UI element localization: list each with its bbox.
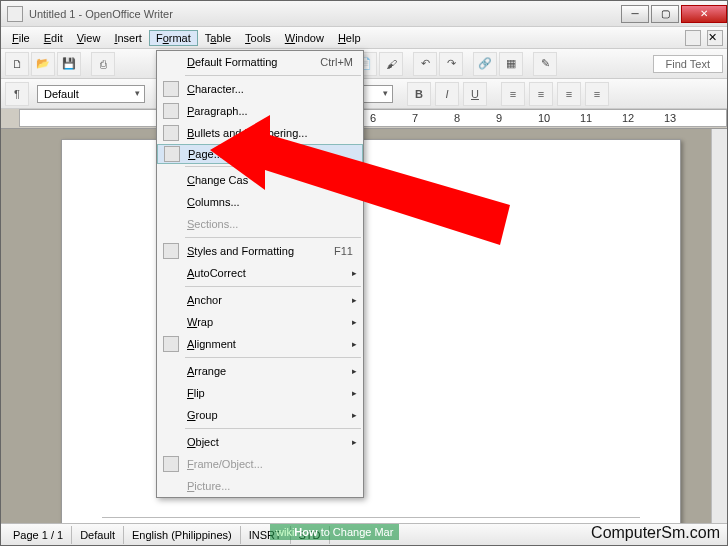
submenu-arrow-icon: ▸ — [352, 317, 357, 327]
table-button[interactable]: ▦ — [499, 52, 523, 76]
titlebar: Untitled 1 - OpenOffice Writer ─ ▢ ✕ — [1, 1, 727, 27]
menu-item-change-cas[interactable]: Change Cas▸ — [157, 169, 363, 191]
menu-shortcut: F11 — [334, 245, 357, 257]
menu-item-paragraph[interactable]: Paragraph... — [157, 100, 363, 122]
align-justify-button[interactable]: ≡ — [585, 82, 609, 106]
close-doc-icon[interactable]: ✕ — [707, 30, 723, 46]
open-button[interactable]: 📂 — [31, 52, 55, 76]
new-doc-button[interactable]: 🗋 — [5, 52, 29, 76]
ruler-tick: 10 — [538, 112, 550, 124]
menu-format[interactable]: Format — [149, 30, 198, 46]
align-right-button[interactable]: ≡ — [557, 82, 581, 106]
export-pdf-button[interactable]: ⎙ — [91, 52, 115, 76]
save-button[interactable]: 💾 — [57, 52, 81, 76]
underline-button[interactable]: U — [463, 82, 487, 106]
menu-item-label: Picture... — [183, 480, 357, 492]
menu-item-label: Sections... — [183, 218, 357, 230]
menu-item-label: Wrap — [183, 316, 352, 328]
menu-item-object[interactable]: Object▸ — [157, 431, 363, 453]
bold-button[interactable]: B — [407, 82, 431, 106]
menu-item-label: Change Cas — [183, 174, 352, 186]
menu-item-anchor[interactable]: Anchor▸ — [157, 289, 363, 311]
menu-item-icon — [163, 243, 179, 259]
submenu-arrow-icon: ▸ — [352, 410, 357, 420]
document-area — [1, 129, 727, 523]
submenu-arrow-icon: ▸ — [352, 388, 357, 398]
menu-item-character[interactable]: Character... — [157, 78, 363, 100]
menu-file[interactable]: File — [5, 30, 37, 46]
menu-window[interactable]: Window — [278, 30, 331, 46]
watermark: wikiHow to Change Mar ComputerSm.com — [0, 518, 728, 546]
menu-item-icon — [163, 81, 179, 97]
menu-item-label: Columns... — [183, 196, 357, 208]
format-paint-button[interactable]: 🖌 — [379, 52, 403, 76]
menu-item-icon — [163, 456, 179, 472]
menu-item-label: Alignment — [183, 338, 352, 350]
menu-item-group[interactable]: Group▸ — [157, 404, 363, 426]
menu-item-columns[interactable]: Columns... — [157, 191, 363, 213]
menu-edit[interactable]: Edit — [37, 30, 70, 46]
menu-item-flip[interactable]: Flip▸ — [157, 382, 363, 404]
menu-item-alignment[interactable]: Alignment▸ — [157, 333, 363, 355]
menu-item-label: Frame/Object... — [183, 458, 357, 470]
minimize-button[interactable]: ─ — [621, 5, 649, 23]
menu-item-frame-object: Frame/Object... — [157, 453, 363, 475]
submenu-arrow-icon: ▸ — [352, 339, 357, 349]
menu-table[interactable]: Table — [198, 30, 238, 46]
hyperlink-button[interactable]: 🔗 — [473, 52, 497, 76]
menu-item-label: AutoCorrect — [183, 267, 352, 279]
submenu-arrow-icon: ▸ — [352, 175, 357, 185]
find-text-box[interactable]: Find Text — [653, 55, 723, 73]
menu-item-icon — [163, 336, 179, 352]
paragraph-style-combo[interactable]: Default — [37, 85, 145, 103]
formatting-toolbar: ¶ Default 12 B I U ≡ ≡ ≡ ≡ — [1, 79, 727, 109]
ruler-tick: 9 — [496, 112, 502, 124]
menu-item-label: Arrange — [183, 365, 352, 377]
undo-button[interactable]: ↶ — [413, 52, 437, 76]
menu-item-sections: Sections... — [157, 213, 363, 235]
app-icon — [7, 6, 23, 22]
menu-item-label: Anchor — [183, 294, 352, 306]
menu-item-label: Group — [183, 409, 352, 421]
menu-item-label: Paragraph... — [183, 105, 357, 117]
menu-item-page[interactable]: Page... — [157, 144, 363, 164]
format-menu-dropdown: Default Formatting Ctrl+M Character...Pa… — [156, 50, 364, 498]
align-left-button[interactable]: ≡ — [501, 82, 525, 106]
maximize-button[interactable]: ▢ — [651, 5, 679, 23]
update-icon[interactable] — [685, 30, 701, 46]
menu-help[interactable]: Help — [331, 30, 368, 46]
menu-item-picture: Picture... — [157, 475, 363, 497]
submenu-arrow-icon: ▸ — [352, 268, 357, 278]
redo-button[interactable]: ↷ — [439, 52, 463, 76]
menu-item-label: Styles and Formatting — [183, 245, 334, 257]
site-watermark: ComputerSm.com — [591, 524, 720, 542]
menu-insert[interactable]: Insert — [107, 30, 149, 46]
menu-item-bullets-and-numbering[interactable]: Bullets and Numbering... — [157, 122, 363, 144]
menu-item-arrange[interactable]: Arrange▸ — [157, 360, 363, 382]
menu-item-label: Page... — [184, 148, 356, 160]
menu-item-wrap[interactable]: Wrap▸ — [157, 311, 363, 333]
menu-item-icon — [163, 103, 179, 119]
menu-item-label: Character... — [183, 83, 357, 95]
ruler-tick: 13 — [664, 112, 676, 124]
menu-tools[interactable]: Tools — [238, 30, 278, 46]
menu-item-styles-and-formatting[interactable]: Styles and FormattingF11 — [157, 240, 363, 262]
submenu-arrow-icon: ▸ — [352, 437, 357, 447]
vertical-scrollbar[interactable] — [711, 129, 727, 523]
close-button[interactable]: ✕ — [681, 5, 727, 23]
menu-view[interactable]: View — [70, 30, 108, 46]
horizontal-ruler[interactable]: 678910111213 — [1, 109, 727, 129]
menu-item-autocorrect[interactable]: AutoCorrect▸ — [157, 262, 363, 284]
app-window: Untitled 1 - OpenOffice Writer ─ ▢ ✕ Fil… — [0, 0, 728, 546]
page-canvas[interactable] — [61, 139, 681, 523]
ruler-tick: 6 — [370, 112, 376, 124]
align-center-button[interactable]: ≡ — [529, 82, 553, 106]
menu-item-label: Bullets and Numbering... — [183, 127, 357, 139]
menubar: File Edit View Insert Format Table Tools… — [1, 27, 727, 49]
styles-button[interactable]: ¶ — [5, 82, 29, 106]
menu-default-formatting[interactable]: Default Formatting Ctrl+M — [157, 51, 363, 73]
italic-button[interactable]: I — [435, 82, 459, 106]
ruler-tick: 8 — [454, 112, 460, 124]
show-draw-button[interactable]: ✎ — [533, 52, 557, 76]
ruler-tick: 7 — [412, 112, 418, 124]
